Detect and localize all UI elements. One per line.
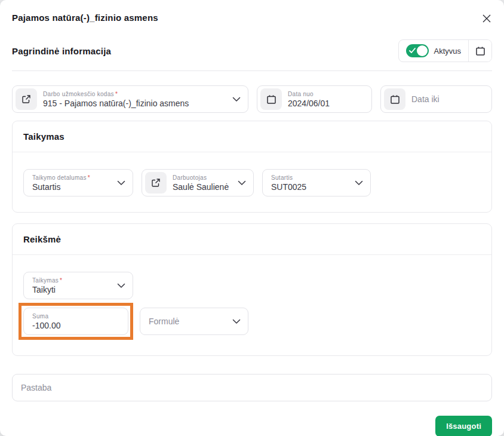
close-button[interactable]	[479, 11, 494, 26]
toggle-label: Aktyvus	[434, 47, 461, 56]
field-label: Darbo užmokesčio kodas*	[43, 90, 228, 98]
note-input[interactable]	[21, 383, 484, 392]
field-placeholder: Data iki	[411, 94, 440, 104]
contract-select[interactable]: Sutartis SUT0025	[262, 169, 371, 196]
field-value: Taikyti	[32, 284, 112, 295]
section-title: Reikšmė	[23, 234, 481, 244]
amount-field[interactable]: Suma	[23, 308, 128, 335]
field-value: SUT0025	[271, 182, 350, 192]
field-value: Sutartis	[32, 182, 112, 192]
chevron-down-icon	[117, 283, 125, 288]
chevron-down-icon	[232, 97, 241, 102]
application-section: Taikymas Taikymo detalumas* Sutartis	[12, 121, 492, 213]
modal-dialog: Pajamos natūra(-)_fizinio asmens Pagrind…	[0, 0, 504, 436]
calendar-icon	[475, 46, 485, 56]
calendar-icon	[390, 94, 400, 105]
field-placeholder: Formulė	[149, 317, 228, 326]
field-label: Taikymo detalumas*	[32, 174, 112, 182]
open-record-button[interactable]	[145, 172, 167, 194]
highlight-annotation-box: Suma	[19, 303, 133, 340]
status-control: Aktyvus	[398, 39, 492, 62]
open-record-button[interactable]	[16, 88, 37, 110]
field-value: 2024/06/01	[288, 98, 364, 109]
field-label: Sutartis	[271, 174, 350, 182]
chevron-down-icon	[355, 180, 363, 186]
footer: Išsaugoti	[12, 416, 492, 436]
chevron-down-icon	[232, 319, 241, 324]
page-title: Pagrindinė informacija	[12, 46, 111, 56]
date-picker-button[interactable]	[384, 88, 405, 110]
field-label: Darbuotojas	[173, 174, 233, 182]
field-label: Data nuo	[288, 90, 364, 98]
apply-select[interactable]: Taikymas* Taikyti	[23, 272, 133, 299]
field-value: Saulė Saulienė	[173, 182, 233, 192]
application-detail-select[interactable]: Taikymo detalumas* Sutartis	[23, 169, 133, 196]
history-calendar-button[interactable]	[469, 40, 491, 62]
save-button[interactable]: Išsaugoti	[435, 416, 492, 436]
amount-input[interactable]	[32, 320, 121, 331]
external-link-icon	[151, 178, 161, 188]
active-toggle[interactable]: Aktyvus	[399, 40, 468, 62]
date-picker-button[interactable]	[260, 88, 282, 110]
header-row: Pagrindinė informacija Aktyvus	[12, 39, 492, 62]
date-to-field[interactable]: Data iki	[380, 85, 492, 113]
calendar-icon	[266, 94, 276, 105]
formula-select[interactable]: Formulė	[140, 308, 248, 335]
field-label: Suma	[32, 312, 121, 320]
external-link-icon	[21, 94, 31, 104]
section-header: Reikšmė	[13, 224, 491, 254]
chevron-down-icon	[117, 180, 125, 186]
wage-code-select[interactable]: Darbo užmokesčio kodas* 915 - Pajamos na…	[12, 85, 248, 113]
close-icon	[480, 12, 493, 25]
chevron-down-icon	[238, 180, 246, 186]
check-icon	[409, 48, 416, 54]
field-label: Taikymas*	[32, 277, 112, 284]
employee-select[interactable]: Darbuotojas Saulė Saulienė	[142, 169, 254, 196]
toggle-switch-icon[interactable]	[406, 44, 429, 57]
note-field[interactable]	[12, 374, 492, 401]
section-header: Taikymas	[13, 121, 491, 152]
divider	[12, 70, 492, 71]
main-fields-row: Darbo užmokesčio kodas* 915 - Pajamos na…	[12, 85, 492, 113]
titlebar: Pajamos natūra(-)_fizinio asmens	[12, 0, 492, 26]
modal-title: Pajamos natūra(-)_fizinio asmens	[12, 11, 158, 23]
section-title: Taikymas	[23, 131, 481, 142]
value-section: Reikšmė Taikymas* Taikyti	[12, 223, 492, 356]
date-from-field[interactable]: Data nuo 2024/06/01	[257, 85, 372, 113]
field-value: 915 - Pajamos natūra(-)_fizinio asmens	[43, 98, 228, 109]
